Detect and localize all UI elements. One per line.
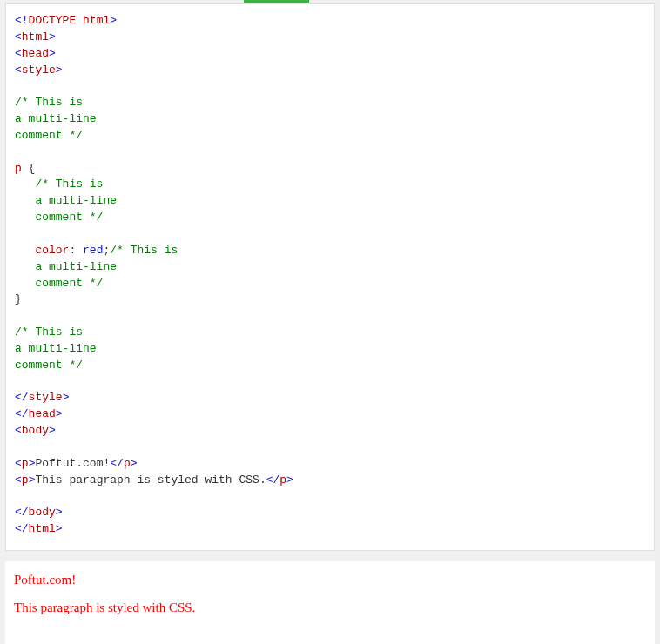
html-close-lt: </ bbox=[15, 522, 29, 535]
body-open-lt: < bbox=[15, 424, 22, 437]
css-selector: p bbox=[15, 162, 22, 175]
css-comment-line: a multi-line bbox=[15, 112, 97, 125]
body-close-lt: </ bbox=[15, 506, 29, 519]
style-close-gt: > bbox=[63, 391, 70, 404]
css-property: color bbox=[35, 244, 69, 257]
body-close-gt: > bbox=[56, 506, 63, 519]
colon: : bbox=[69, 244, 83, 257]
body-close-tag: body bbox=[29, 506, 56, 519]
css-comment-line: /* This is bbox=[15, 325, 83, 339]
top-accent-bar bbox=[0, 0, 660, 3]
space bbox=[76, 14, 83, 27]
style-open-lt: < bbox=[15, 64, 22, 77]
brace-close: } bbox=[15, 292, 22, 305]
head-open-lt: < bbox=[15, 47, 22, 60]
p2-close-gt: > bbox=[286, 473, 293, 486]
css-comment-line: /* This is bbox=[110, 244, 178, 257]
p2-close-lt: </ bbox=[266, 473, 280, 486]
css-comment-line: comment */ bbox=[15, 211, 103, 224]
output-paragraph-1: Poftut.com! bbox=[14, 572, 646, 587]
css-comment-line: comment */ bbox=[15, 359, 83, 372]
html-open-lt: < bbox=[15, 30, 22, 44]
html-close-tag: html bbox=[29, 522, 56, 535]
head-tag: head bbox=[22, 47, 49, 60]
p2-open-lt: < bbox=[15, 473, 22, 486]
css-value: red bbox=[83, 244, 103, 257]
body-tag: body bbox=[22, 424, 49, 437]
p1-close-tag: p bbox=[124, 457, 131, 470]
html-close-gt: > bbox=[56, 522, 63, 535]
output-paragraph-2: This paragraph is styled with CSS. bbox=[14, 600, 646, 615]
p2-tag: p bbox=[22, 473, 29, 486]
p1-open-lt: < bbox=[15, 457, 22, 470]
doctype-keyword: DOCTYPE bbox=[29, 14, 77, 27]
brace-open: { bbox=[22, 162, 36, 175]
style-close-tag: style bbox=[29, 391, 63, 404]
style-close-lt: </ bbox=[15, 391, 29, 404]
p2-close-tag: p bbox=[279, 473, 286, 486]
head-close-gt: > bbox=[56, 407, 63, 420]
doctype-close: > bbox=[110, 14, 117, 27]
code-editor-panel: <!DOCTYPE html> <html> <head> <style> /*… bbox=[5, 3, 655, 551]
head-open-gt: > bbox=[49, 47, 56, 60]
rendered-output-panel: Poftut.com! This paragraph is styled wit… bbox=[5, 561, 655, 644]
html-tag: html bbox=[22, 30, 49, 44]
body-open-gt: > bbox=[49, 424, 56, 437]
css-comment-line: a multi-line bbox=[15, 260, 117, 273]
doctype-attr: html bbox=[83, 14, 110, 27]
css-comment-line: /* This is bbox=[15, 178, 103, 191]
style-tag: style bbox=[22, 64, 56, 77]
html-open-gt: > bbox=[49, 30, 56, 44]
p1-close-gt: > bbox=[131, 457, 138, 470]
doctype-open: <! bbox=[15, 14, 29, 27]
p1-tag: p bbox=[22, 457, 29, 470]
p1-text: Poftut.com! bbox=[35, 457, 110, 470]
head-close-lt: </ bbox=[15, 407, 29, 420]
css-comment-line: a multi-line bbox=[15, 194, 117, 207]
css-comment-line: comment */ bbox=[15, 277, 103, 290]
css-comment-line: /* This is bbox=[15, 96, 83, 109]
css-comment-line: a multi-line bbox=[15, 342, 97, 355]
indent bbox=[15, 244, 35, 257]
p1-close-lt: </ bbox=[110, 457, 124, 470]
p2-text: This paragraph is styled with CSS. bbox=[35, 473, 266, 486]
css-comment-line: comment */ bbox=[15, 129, 83, 142]
head-close-tag: head bbox=[29, 407, 56, 420]
style-open-gt: > bbox=[56, 64, 63, 77]
